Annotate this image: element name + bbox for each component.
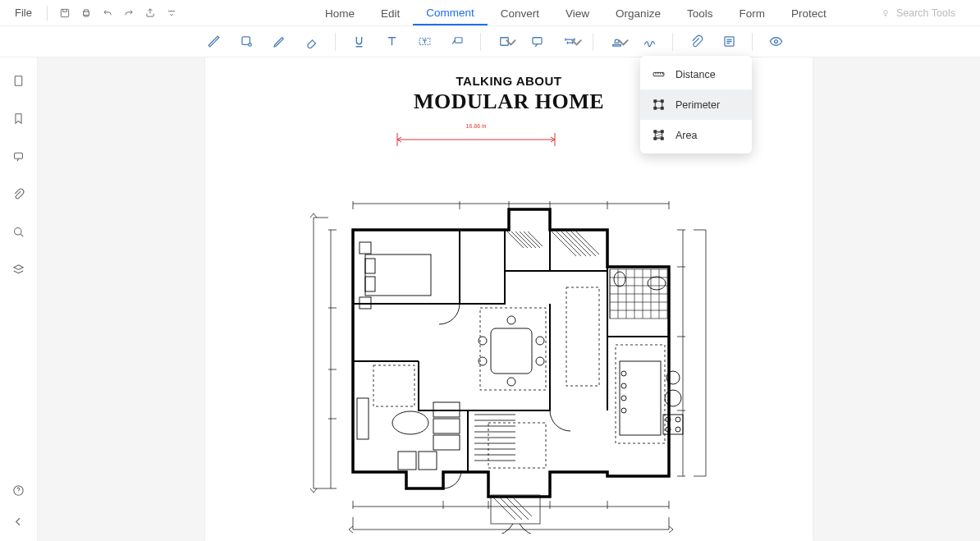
main-menubar: Home Edit Comment Convert View Organize … bbox=[295, 0, 972, 26]
perimeter-icon bbox=[652, 98, 666, 112]
eraser-tool-icon[interactable] bbox=[295, 28, 328, 56]
svg-point-10 bbox=[774, 40, 777, 44]
svg-point-13 bbox=[15, 227, 22, 235]
thumbnails-icon[interactable] bbox=[11, 72, 27, 89]
comment-toolbar bbox=[0, 26, 980, 57]
lightbulb-icon bbox=[880, 7, 891, 19]
customize-dropdown-icon[interactable] bbox=[164, 6, 179, 21]
svg-point-50 bbox=[621, 408, 626, 413]
svg-rect-11 bbox=[15, 76, 22, 85]
svg-point-46 bbox=[675, 427, 680, 432]
document-canvas[interactable]: TALKING ABOUT MODULAR HOME bbox=[38, 57, 980, 541]
svg-rect-32 bbox=[357, 398, 369, 439]
svg-rect-57 bbox=[654, 100, 657, 103]
divider bbox=[480, 33, 481, 51]
menu-convert[interactable]: Convert bbox=[488, 2, 552, 25]
shape-tool-icon[interactable] bbox=[488, 28, 520, 56]
workspace: TALKING ABOUT MODULAR HOME bbox=[0, 57, 980, 541]
menu-comment[interactable]: Comment bbox=[413, 2, 488, 25]
textbox-tool-icon[interactable] bbox=[408, 28, 441, 56]
svg-point-2 bbox=[884, 11, 888, 15]
collapse-icon[interactable] bbox=[11, 513, 27, 530]
svg-point-31 bbox=[507, 378, 515, 386]
menu-edit[interactable]: Edit bbox=[368, 2, 413, 25]
svg-point-53 bbox=[648, 277, 666, 290]
text-tool-icon[interactable] bbox=[375, 28, 408, 56]
distance-measurement-overlay[interactable]: 16.86 in bbox=[396, 131, 556, 148]
hide-comments-icon[interactable] bbox=[759, 28, 792, 56]
measure-dropdown-menu: Distance Perimeter Area bbox=[640, 56, 752, 154]
redo-icon[interactable] bbox=[121, 6, 136, 21]
pencil-tool-icon[interactable] bbox=[263, 28, 295, 56]
menu-home[interactable]: Home bbox=[312, 2, 368, 25]
svg-rect-21 bbox=[365, 259, 375, 273]
svg-point-49 bbox=[621, 396, 626, 401]
note-tool-icon[interactable] bbox=[230, 28, 263, 56]
help-icon[interactable] bbox=[11, 482, 27, 498]
layers-icon[interactable] bbox=[11, 261, 27, 277]
share-icon[interactable] bbox=[143, 6, 158, 21]
svg-point-33 bbox=[392, 411, 428, 434]
attachments-panel-icon[interactable] bbox=[11, 186, 27, 202]
measure-area-label: Area bbox=[675, 130, 697, 141]
svg-point-44 bbox=[675, 417, 680, 422]
signature-tool-icon[interactable] bbox=[633, 28, 666, 56]
svg-point-28 bbox=[479, 357, 487, 365]
svg-point-47 bbox=[621, 371, 626, 376]
divider bbox=[672, 33, 673, 51]
measure-perimeter-item[interactable]: Perimeter bbox=[640, 89, 752, 120]
underline-tool-icon[interactable] bbox=[342, 28, 375, 56]
floorplan-drawing bbox=[295, 123, 722, 534]
svg-rect-59 bbox=[654, 107, 657, 109]
svg-rect-6 bbox=[455, 38, 462, 43]
measure-area-item[interactable]: Area bbox=[640, 120, 752, 150]
svg-rect-37 bbox=[398, 452, 416, 470]
file-menu[interactable]: File bbox=[10, 3, 37, 22]
measure-tool-icon[interactable] bbox=[553, 28, 586, 56]
callout-tool-icon[interactable] bbox=[441, 28, 474, 56]
svg-rect-35 bbox=[433, 419, 460, 433]
comment-bubble-icon[interactable] bbox=[520, 28, 553, 56]
menu-view[interactable]: View bbox=[552, 2, 602, 25]
svg-rect-25 bbox=[491, 328, 532, 374]
quick-access-bar: File Home Edit Comment Convert View Orga… bbox=[0, 0, 980, 26]
attachment-tool-icon[interactable] bbox=[680, 28, 712, 56]
stamp-tool-icon[interactable] bbox=[600, 28, 633, 56]
highlight-tool-icon[interactable] bbox=[197, 28, 230, 56]
measure-distance-item[interactable]: Distance bbox=[640, 59, 752, 89]
svg-rect-36 bbox=[433, 435, 460, 450]
undo-icon[interactable] bbox=[100, 6, 115, 21]
svg-rect-0 bbox=[61, 9, 68, 16]
svg-rect-18 bbox=[616, 345, 665, 443]
search-panel-icon[interactable] bbox=[11, 223, 27, 240]
svg-point-41 bbox=[665, 390, 681, 406]
svg-rect-63 bbox=[661, 131, 663, 133]
svg-point-26 bbox=[507, 316, 515, 324]
svg-rect-12 bbox=[15, 153, 23, 158]
ruler-icon bbox=[652, 67, 666, 81]
menu-form[interactable]: Form bbox=[726, 2, 778, 25]
manage-comments-icon[interactable] bbox=[712, 28, 745, 56]
svg-rect-23 bbox=[359, 242, 371, 254]
svg-point-30 bbox=[536, 357, 544, 365]
svg-point-27 bbox=[479, 337, 487, 345]
save-icon[interactable] bbox=[57, 6, 72, 21]
svg-rect-60 bbox=[661, 107, 663, 109]
menu-organize[interactable]: Organize bbox=[602, 2, 674, 25]
search-tools[interactable]: Search Tools bbox=[880, 7, 955, 19]
svg-rect-65 bbox=[661, 137, 663, 140]
area-icon bbox=[652, 128, 666, 142]
bookmarks-icon[interactable] bbox=[11, 110, 27, 126]
comments-panel-icon[interactable] bbox=[11, 148, 27, 164]
measurement-value: 16.86 in bbox=[466, 123, 487, 129]
menu-protect[interactable]: Protect bbox=[778, 2, 840, 25]
svg-rect-62 bbox=[654, 131, 657, 133]
print-icon[interactable] bbox=[79, 6, 94, 21]
svg-point-29 bbox=[536, 337, 544, 345]
menu-tools[interactable]: Tools bbox=[674, 2, 726, 25]
svg-rect-64 bbox=[654, 137, 657, 140]
search-placeholder: Search Tools bbox=[896, 7, 955, 19]
svg-point-48 bbox=[621, 383, 626, 388]
svg-point-52 bbox=[614, 272, 625, 287]
left-nav-panel bbox=[0, 57, 38, 541]
